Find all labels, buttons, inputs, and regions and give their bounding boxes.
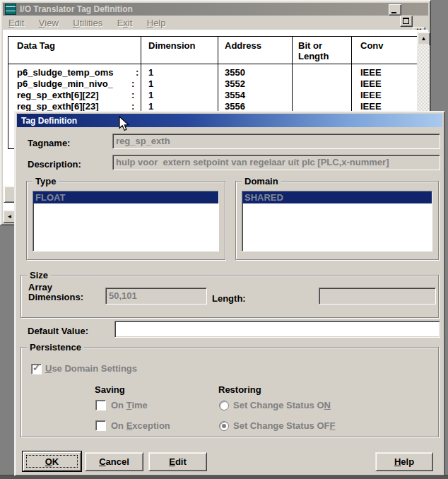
on-time-label: On Time <box>111 400 148 410</box>
default-value-label: Default Value: <box>28 326 88 336</box>
header-conv: Conv <box>360 40 384 51</box>
help-button-label: Help <box>394 456 414 467</box>
main-window-title: I/O Translator Tag Definition <box>20 4 133 14</box>
use-domain-settings-label: Use Domain Settings <box>45 363 137 374</box>
help-button[interactable]: Help <box>375 452 433 471</box>
domain-list-item[interactable]: SHARED <box>242 191 432 203</box>
cell-data-tag: reg_sp_exth[6][23] <box>17 101 99 112</box>
cell-dimension: 1 <box>148 67 153 78</box>
scroll-left-icon: ◄ <box>7 213 13 220</box>
cell-address: 3552 <box>225 78 245 89</box>
use-domain-settings-checkbox[interactable]: ✓ <box>31 364 42 374</box>
domain-listbox[interactable]: SHARED <box>242 191 432 252</box>
table-row[interactable]: p6_sludge_temp_oms : 1 3550 IEEE <box>8 67 417 78</box>
menu-item-utilities[interactable]: Utilities <box>67 16 108 30</box>
cell-dimension: 1 <box>148 78 153 89</box>
cell-address: 3550 <box>225 67 245 78</box>
saving-header: Saving <box>95 384 125 395</box>
array-dimensions-input[interactable]: 50,101 <box>105 288 207 304</box>
cell-address: 3554 <box>225 90 245 100</box>
cell-separator: : <box>131 101 134 112</box>
header-bit-length: Bit or Length <box>298 40 329 61</box>
length-input[interactable] <box>319 288 436 304</box>
type-list-item[interactable]: FLOAT <box>33 191 218 203</box>
type-listbox[interactable]: FLOAT <box>33 191 219 252</box>
menu-item-exit[interactable]: Exit <box>112 16 138 30</box>
vertical-scrollbar-track[interactable] <box>417 44 429 114</box>
default-value-input[interactable] <box>114 321 440 338</box>
persistence-group: Persistence ✓ Use Domain Settings Saving… <box>20 347 439 437</box>
table-header: Data Tag Dimension Address Bit or Length… <box>8 37 417 64</box>
menu-bar: Edit View Utilities Exit Help <box>3 16 428 30</box>
menu-item-view[interactable]: View <box>33 16 64 30</box>
scroll-up-icon: ▲ <box>421 35 427 42</box>
on-exception-label: On Exception <box>111 420 170 431</box>
table-row[interactable]: p6_sludge_min_nivo_ : 1 3552 IEEE <box>8 78 417 90</box>
cell-conv: IEEE <box>360 90 382 100</box>
domain-group-label: Domain <box>242 176 281 187</box>
header-dimension: Dimension <box>148 40 195 51</box>
type-group-label: Type <box>33 176 59 187</box>
size-group-label: Size <box>27 270 51 280</box>
description-input[interactable]: hulp voor extern setpoint van regelaar u… <box>112 155 440 170</box>
tagname-label: Tagname: <box>28 138 70 148</box>
header-data-tag: Data Tag <box>17 40 55 51</box>
focus-rect <box>26 455 78 468</box>
edit-button-label: Edit <box>169 456 187 467</box>
set-change-status-on-radio[interactable] <box>219 401 229 410</box>
cell-data-tag: reg_sp_exth[6][22] <box>17 90 99 100</box>
description-label: Description: <box>28 159 81 170</box>
array-dimensions-label: Array Dimensions: <box>28 283 99 302</box>
length-label: Length: <box>212 293 246 304</box>
radio-dot-icon <box>222 424 226 428</box>
tagname-input[interactable]: reg_sp_exth <box>112 134 440 149</box>
set-change-status-off-label: Set Change Status OFF <box>233 420 335 431</box>
edit-button[interactable]: Edit <box>148 452 207 471</box>
minimize-button[interactable] <box>389 4 401 16</box>
dialog-title: Tag Definition <box>21 116 77 126</box>
size-group: Size Array Dimensions: 50,101 Length: <box>20 275 439 318</box>
cell-dimension: 1 <box>148 90 153 100</box>
domain-group: Domain SHARED <box>235 181 439 260</box>
cell-data-tag: p6_sludge_min_nivo_ <box>17 78 113 89</box>
persistence-group-label: Persistence <box>27 342 84 353</box>
menu-item-edit[interactable]: Edit <box>3 16 30 30</box>
cell-separator: : <box>131 78 134 89</box>
minimize-icon <box>391 12 396 13</box>
cell-conv: IEEE <box>360 67 382 78</box>
menu-item-help[interactable]: Help <box>141 16 172 30</box>
check-icon: ✓ <box>33 362 40 373</box>
cell-conv: IEEE <box>360 101 382 112</box>
desktop: I/O Translator Tag Definition ✕ Edit Vie… <box>0 0 448 479</box>
cell-separator: : <box>131 90 134 100</box>
cell-data-tag: p6_sludge_temp_oms <box>17 67 114 78</box>
arrow-cursor-icon <box>119 116 129 131</box>
on-exception-checkbox[interactable]: ✓ <box>95 420 106 431</box>
tag-definition-dialog: Tag Definition Tagname: reg_sp_exth Desc… <box>14 111 445 476</box>
ok-button[interactable]: OK <box>23 451 81 471</box>
restoring-header: Restoring <box>218 384 261 395</box>
cell-address: 3556 <box>225 101 245 112</box>
set-change-status-off-radio[interactable] <box>219 421 229 431</box>
header-address: Address <box>225 40 261 51</box>
cell-dimension: 1 <box>148 101 153 112</box>
on-time-checkbox[interactable]: ✓ <box>95 400 106 410</box>
cell-separator: : <box>136 67 138 78</box>
io-translator-icon <box>5 4 16 15</box>
type-group: Type FLOAT <box>26 181 225 260</box>
cancel-button[interactable]: Cancel <box>85 452 143 471</box>
main-window-titlebar[interactable]: I/O Translator Tag Definition <box>3 3 428 16</box>
set-change-status-on-label: Set Change Status ON <box>233 400 331 410</box>
cancel-button-label: Cancel <box>99 456 129 467</box>
dialog-titlebar[interactable]: Tag Definition <box>17 114 442 127</box>
table-row[interactable]: reg_sp_exth[6][22] : 1 3554 IEEE <box>8 90 417 101</box>
cell-conv: IEEE <box>360 78 382 89</box>
